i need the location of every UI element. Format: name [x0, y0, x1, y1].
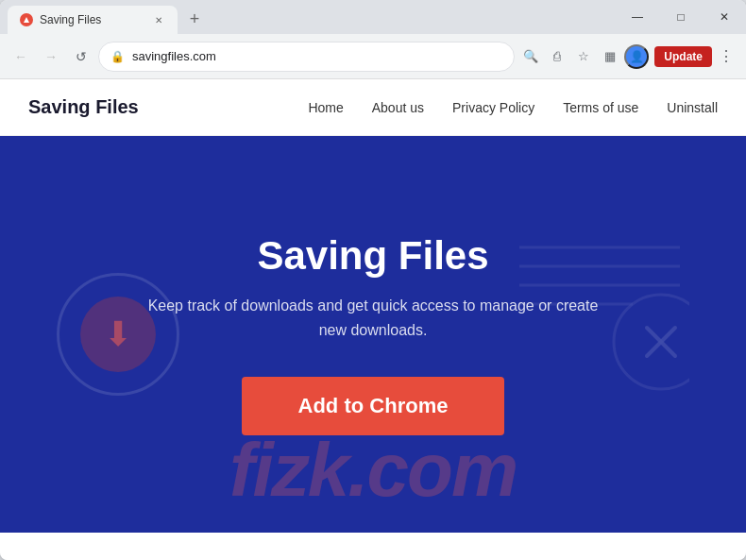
maximize-button[interactable]: □	[659, 0, 703, 34]
share-icon-btn[interactable]: ⎙	[545, 44, 569, 69]
forward-button[interactable]: →	[38, 43, 64, 70]
hero-section: ⬇ Saving Files Keep track of downloads a…	[0, 136, 746, 533]
more-options-button[interactable]: ⋮	[714, 44, 738, 69]
add-to-chrome-button[interactable]: Add to Chrome	[242, 377, 505, 435]
tab-title: Saving Files	[40, 13, 145, 26]
profile-button[interactable]: 👤	[624, 44, 649, 69]
bookmark-icon-btn[interactable]: ☆	[571, 44, 596, 69]
search-icon: 🔍	[523, 49, 538, 63]
svg-point-4	[614, 295, 689, 389]
nav-item-about[interactable]: About us	[372, 99, 424, 116]
profile-icon: 👤	[630, 50, 644, 63]
sidebar-icon: ▦	[604, 49, 616, 63]
nav-item-terms[interactable]: Terms of use	[563, 99, 638, 116]
nav-item-uninstall[interactable]: Uninstall	[667, 99, 718, 116]
nav-link-uninstall[interactable]: Uninstall	[667, 100, 718, 115]
nav-link-privacy[interactable]: Privacy Policy	[452, 100, 534, 115]
nav-item-privacy[interactable]: Privacy Policy	[452, 99, 534, 116]
nav-item-home[interactable]: Home	[308, 99, 343, 116]
tab-close-button[interactable]: ✕	[151, 12, 166, 27]
active-tab[interactable]: Saving Files ✕	[8, 6, 178, 34]
close-button[interactable]: ✕	[703, 0, 746, 34]
lock-icon: 🔒	[110, 50, 125, 63]
reload-button[interactable]: ↺	[68, 43, 94, 70]
update-button[interactable]: Update	[654, 46, 712, 67]
share-icon: ⎙	[553, 49, 561, 63]
hero-subtitle: Keep track of downloads and get quick ac…	[137, 294, 609, 342]
hero-center-content: Saving Files Keep track of downloads and…	[137, 233, 609, 434]
address-bar: ← → ↺ 🔒 savingfiles.com 🔍 ⎙ ☆ ▦ 👤 Update	[0, 34, 746, 79]
site-navbar: Saving Files Home About us Privacy Polic…	[0, 79, 746, 136]
hero-watermark: fizk.com	[0, 427, 746, 514]
title-bar: Saving Files ✕ + — □ ✕	[0, 0, 746, 34]
hero-title: Saving Files	[137, 233, 609, 279]
tabs-bar: Saving Files ✕ +	[8, 0, 208, 34]
toolbar-icons: 🔍 ⎙ ☆ ▦ 👤 Update ⋮	[518, 44, 738, 69]
site-nav-links: Home About us Privacy Policy Terms of us…	[308, 99, 718, 116]
minimize-button[interactable]: —	[616, 0, 659, 34]
new-tab-button[interactable]: +	[181, 6, 208, 32]
browser-window: Saving Files ✕ + — □ ✕ ← → ↺ 🔒 savingfil…	[0, 0, 746, 560]
bookmark-icon: ☆	[578, 49, 589, 63]
nav-link-terms[interactable]: Terms of use	[563, 100, 638, 115]
search-icon-btn[interactable]: 🔍	[518, 44, 543, 69]
tab-favicon	[19, 12, 34, 27]
site-logo: Saving Files	[28, 96, 139, 118]
nav-link-home[interactable]: Home	[308, 100, 343, 115]
sidebar-icon-btn[interactable]: ▦	[598, 44, 622, 69]
address-bar-input[interactable]: 🔒 savingfiles.com	[98, 42, 515, 72]
page-content: Saving Files Home About us Privacy Polic…	[0, 79, 746, 560]
nav-link-about[interactable]: About us	[372, 100, 424, 115]
window-controls: — □ ✕	[616, 0, 746, 34]
back-button[interactable]: ←	[8, 43, 34, 70]
address-text: savingfiles.com	[132, 49, 502, 63]
